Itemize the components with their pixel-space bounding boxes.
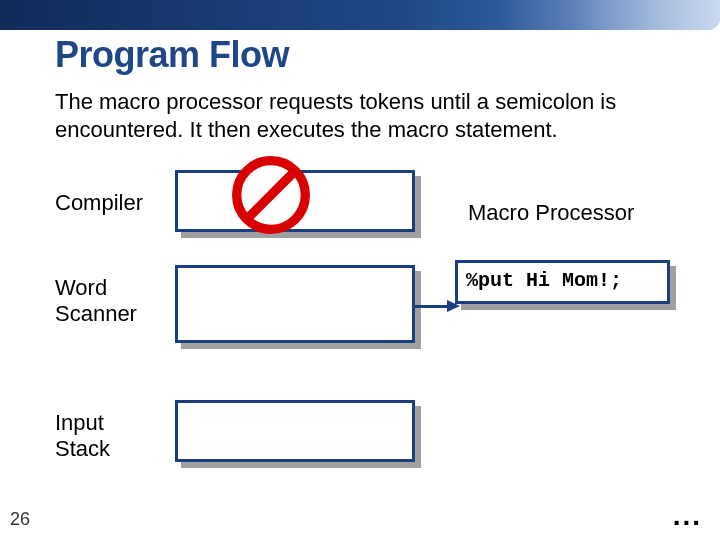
arrow-line [415, 305, 447, 308]
label-compiler: Compiler [55, 190, 143, 216]
box-input-stack [175, 400, 415, 462]
label-input-stack: Input Stack [55, 410, 110, 462]
prohibit-icon [232, 156, 310, 234]
label-macro-processor: Macro Processor [468, 200, 634, 226]
label-input-stack-line2: Stack [55, 436, 110, 462]
continuation-ellipsis: ... [673, 500, 702, 532]
label-word-scanner: Word Scanner [55, 275, 137, 327]
label-word-scanner-line1: Word [55, 275, 137, 301]
slide: Program Flow The macro processor request… [0, 0, 720, 540]
box-macro-processor: %put Hi Mom!; [455, 260, 670, 304]
arrow-head [447, 300, 460, 312]
header-accent [500, 0, 720, 30]
header-bar [0, 0, 720, 30]
arrow-right-icon [415, 300, 460, 312]
slide-body: The macro processor requests tokens unti… [55, 88, 635, 143]
label-input-stack-line1: Input [55, 410, 110, 436]
box-word-scanner [175, 265, 415, 343]
label-word-scanner-line2: Scanner [55, 301, 137, 327]
slide-title: Program Flow [55, 34, 289, 76]
slide-number: 26 [10, 509, 30, 530]
